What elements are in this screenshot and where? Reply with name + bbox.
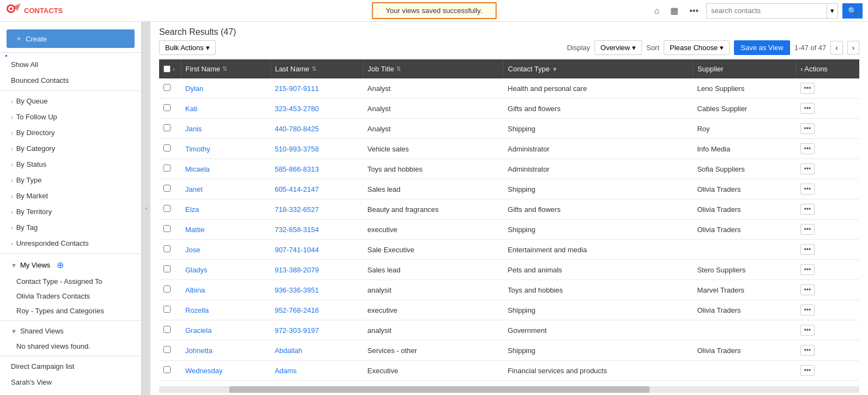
- row-checkbox-cell[interactable]: [159, 300, 181, 320]
- row-checkbox-cell[interactable]: [159, 119, 181, 139]
- row-first-name[interactable]: Johnetta: [181, 341, 270, 361]
- row-checkbox[interactable]: [163, 285, 171, 293]
- row-first-name[interactable]: Dylan: [181, 78, 270, 99]
- row-last-name[interactable]: 732-658-3154: [270, 220, 363, 240]
- search-submit-button[interactable]: 🔍: [842, 3, 863, 19]
- row-checkbox[interactable]: [163, 124, 171, 131]
- sidebar-item-by-queue[interactable]: › By Queue: [0, 93, 141, 109]
- row-actions-button[interactable]: •••: [800, 123, 815, 134]
- sidebar-item-direct-campaign[interactable]: Direct Campaign list: [0, 358, 141, 374]
- search-dropdown-button[interactable]: ▾: [827, 4, 837, 18]
- sidebar-item-by-market[interactable]: › By Market: [0, 188, 141, 204]
- sidebar-sub-olivia-traders[interactable]: Olivia Traders Contacts: [0, 289, 141, 303]
- row-checkbox[interactable]: [163, 225, 171, 232]
- more-button[interactable]: •••: [686, 4, 702, 18]
- row-last-name[interactable]: 323-453-2780: [270, 99, 363, 119]
- row-first-name[interactable]: Kati: [181, 99, 270, 119]
- row-checkbox[interactable]: [163, 144, 171, 151]
- row-actions-button[interactable]: •••: [800, 83, 815, 94]
- sidebar-sub-roy-types[interactable]: Roy - Types and Categories: [0, 303, 141, 318]
- row-checkbox-cell[interactable]: [159, 320, 181, 341]
- row-checkbox-cell[interactable]: [159, 179, 181, 199]
- row-last-name[interactable]: 215-907-9111: [270, 78, 363, 99]
- row-checkbox[interactable]: [163, 165, 171, 172]
- bulk-actions-button[interactable]: Bulk Actions ▾: [159, 40, 216, 55]
- row-actions-button[interactable]: •••: [800, 365, 815, 376]
- overview-button[interactable]: Overview ▾: [594, 40, 642, 55]
- row-checkbox[interactable]: [163, 84, 171, 91]
- header-job-title[interactable]: Job Title ⇅: [363, 59, 503, 78]
- row-actions-button[interactable]: •••: [800, 184, 815, 195]
- row-first-name[interactable]: Timothy: [181, 139, 270, 159]
- my-views-header[interactable]: ▼ My Views ⊕: [0, 256, 141, 274]
- home-button[interactable]: ⌂: [651, 4, 663, 18]
- sidebar-item-by-category[interactable]: › By Category: [0, 141, 141, 156]
- sidebar-item-by-type[interactable]: › By Type: [0, 172, 141, 188]
- row-last-name[interactable]: 972-303-9197: [270, 320, 363, 341]
- chart-button[interactable]: ▦: [667, 3, 682, 18]
- row-last-name[interactable]: 936-336-3951: [270, 280, 363, 300]
- row-first-name[interactable]: Wednesday: [181, 361, 270, 381]
- row-checkbox[interactable]: [163, 346, 171, 353]
- row-first-name[interactable]: Janet: [181, 179, 270, 199]
- sidebar-item-sarahs-view[interactable]: Sarah's View: [0, 374, 141, 390]
- row-first-name[interactable]: Rozella: [181, 300, 270, 320]
- row-first-name[interactable]: Janis: [181, 119, 270, 139]
- row-actions-button[interactable]: •••: [800, 305, 815, 315]
- row-checkbox[interactable]: [163, 104, 171, 111]
- row-checkbox-cell[interactable]: [159, 260, 181, 280]
- row-checkbox-cell[interactable]: [159, 159, 181, 179]
- row-last-name[interactable]: Adams: [270, 361, 363, 381]
- my-views-add-icon[interactable]: ⊕: [57, 260, 64, 270]
- sidebar-item-unresponded[interactable]: › Unresponded Contacts: [0, 235, 141, 251]
- row-actions-button[interactable]: •••: [800, 345, 815, 356]
- row-checkbox-cell[interactable]: [159, 240, 181, 260]
- row-checkbox[interactable]: [163, 245, 171, 252]
- row-checkbox-cell[interactable]: [159, 99, 181, 119]
- row-actions-button[interactable]: •••: [800, 325, 815, 336]
- horizontal-scrollbar[interactable]: [159, 386, 859, 393]
- row-actions-button[interactable]: •••: [800, 204, 815, 215]
- row-checkbox-cell[interactable]: [159, 341, 181, 361]
- row-last-name[interactable]: 952-768-2416: [270, 300, 363, 320]
- row-actions-button[interactable]: •••: [800, 244, 815, 255]
- row-checkbox[interactable]: [163, 205, 171, 212]
- header-contact-type[interactable]: Contact Type ▼: [503, 59, 693, 78]
- row-first-name[interactable]: Jose: [181, 240, 270, 260]
- search-input[interactable]: [707, 7, 827, 15]
- row-checkbox-cell[interactable]: [159, 280, 181, 300]
- select-all-checkbox[interactable]: [163, 65, 171, 72]
- row-last-name[interactable]: Abdallah: [270, 341, 363, 361]
- shared-views-header[interactable]: ▼ Shared Views: [0, 323, 141, 339]
- sidebar-item-by-status[interactable]: › By Status: [0, 156, 141, 172]
- row-checkbox-cell[interactable]: [159, 78, 181, 99]
- row-checkbox[interactable]: [163, 306, 171, 313]
- sidebar-item-to-follow-up[interactable]: › To Follow Up: [0, 109, 141, 125]
- row-checkbox[interactable]: [163, 366, 171, 373]
- row-last-name[interactable]: 913-388-2079: [270, 260, 363, 280]
- row-checkbox-cell[interactable]: [159, 220, 181, 240]
- row-actions-button[interactable]: •••: [800, 264, 815, 275]
- pagination-next-button[interactable]: ›: [847, 41, 859, 54]
- row-checkbox[interactable]: [163, 185, 171, 192]
- row-checkbox[interactable]: [163, 265, 171, 272]
- row-checkbox-cell[interactable]: [159, 199, 181, 220]
- pagination-prev-button[interactable]: ‹: [830, 41, 842, 54]
- row-checkbox-cell[interactable]: [159, 139, 181, 159]
- row-actions-button[interactable]: •••: [800, 103, 815, 114]
- header-first-name[interactable]: First Name ⇅: [181, 59, 270, 78]
- row-last-name[interactable]: 907-741-1044: [270, 240, 363, 260]
- sidebar-item-show-all[interactable]: Show All: [0, 57, 141, 72]
- save-as-view-button[interactable]: Save as View: [734, 40, 790, 55]
- row-first-name[interactable]: Gladys: [181, 260, 270, 280]
- row-checkbox[interactable]: [163, 326, 171, 333]
- sidebar-item-bounced-contacts[interactable]: Bounced Contacts: [0, 72, 141, 88]
- header-last-name[interactable]: Last Name ⇅: [270, 59, 363, 78]
- sidebar-sub-contact-type[interactable]: Contact Type - Assigned To: [0, 274, 141, 289]
- row-last-name[interactable]: 440-780-8425: [270, 119, 363, 139]
- create-button[interactable]: ＋ Create: [7, 29, 135, 48]
- row-checkbox-cell[interactable]: [159, 361, 181, 381]
- row-actions-button[interactable]: •••: [800, 143, 815, 154]
- row-last-name[interactable]: 718-332-6527: [270, 199, 363, 220]
- please-choose-button[interactable]: Please Choose ▾: [664, 40, 730, 55]
